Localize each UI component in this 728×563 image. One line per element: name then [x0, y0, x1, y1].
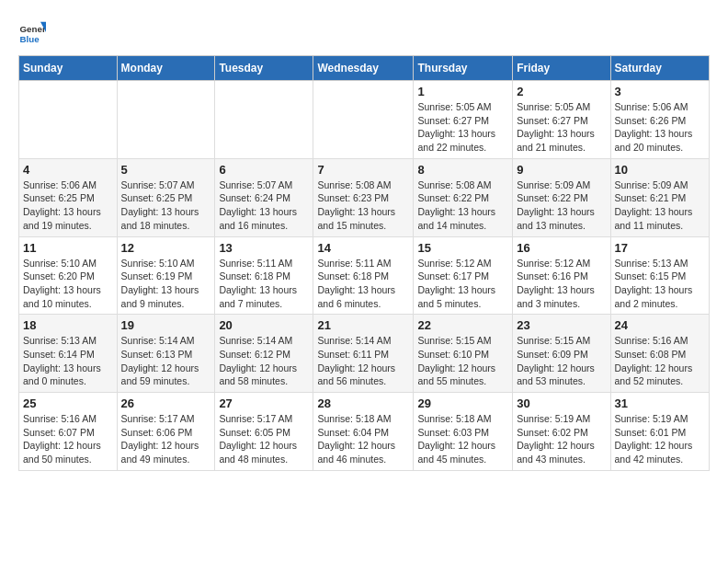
calendar-cell: 31Sunrise: 5:19 AM Sunset: 6:01 PM Dayli… [610, 393, 709, 471]
cell-day-number: 28 [317, 396, 409, 410]
cell-day-number: 24 [615, 318, 705, 332]
calendar-cell: 15Sunrise: 5:12 AM Sunset: 6:17 PM Dayli… [414, 236, 513, 315]
calendar-cell: 9Sunrise: 5:09 AM Sunset: 6:22 PM Daylig… [513, 158, 610, 236]
cell-info: Sunrise: 5:08 AM Sunset: 6:22 PM Dayligh… [417, 178, 508, 233]
calendar-header-tuesday: Tuesday [215, 56, 313, 81]
cell-day-number: 20 [219, 318, 309, 332]
cell-info: Sunrise: 5:11 AM Sunset: 6:18 PM Dayligh… [317, 257, 409, 311]
calendar-cell [19, 81, 118, 159]
calendar-cell: 6Sunrise: 5:07 AM Sunset: 6:24 PM Daylig… [215, 158, 313, 236]
cell-day-number: 21 [317, 318, 409, 332]
calendar-cell: 30Sunrise: 5:19 AM Sunset: 6:02 PM Dayli… [513, 393, 610, 471]
calendar-body: 1Sunrise: 5:05 AM Sunset: 6:27 PM Daylig… [19, 81, 710, 471]
calendar-cell [313, 81, 414, 159]
calendar-header-thursday: Thursday [414, 56, 513, 81]
cell-day-number: 31 [615, 396, 705, 410]
calendar-header-row: SundayMondayTuesdayWednesdayThursdayFrid… [19, 56, 710, 81]
cell-info: Sunrise: 5:15 AM Sunset: 6:09 PM Dayligh… [517, 334, 606, 388]
cell-info: Sunrise: 5:14 AM Sunset: 6:12 PM Dayligh… [219, 334, 309, 388]
cell-info: Sunrise: 5:09 AM Sunset: 6:21 PM Dayligh… [615, 178, 705, 233]
svg-text:Blue: Blue [20, 34, 40, 44]
cell-info: Sunrise: 5:09 AM Sunset: 6:22 PM Dayligh… [517, 178, 606, 233]
calendar-week-3: 11Sunrise: 5:10 AM Sunset: 6:20 PM Dayli… [19, 236, 710, 315]
calendar-week-2: 4Sunrise: 5:06 AM Sunset: 6:25 PM Daylig… [19, 158, 710, 236]
cell-info: Sunrise: 5:15 AM Sunset: 6:10 PM Dayligh… [417, 334, 508, 388]
cell-day-number: 27 [219, 396, 309, 410]
calendar-cell: 12Sunrise: 5:10 AM Sunset: 6:19 PM Dayli… [117, 236, 215, 315]
calendar-cell: 13Sunrise: 5:11 AM Sunset: 6:18 PM Dayli… [215, 236, 313, 315]
calendar-cell: 1Sunrise: 5:05 AM Sunset: 6:27 PM Daylig… [414, 81, 513, 159]
calendar-cell: 23Sunrise: 5:15 AM Sunset: 6:09 PM Dayli… [513, 315, 610, 393]
cell-info: Sunrise: 5:17 AM Sunset: 6:06 PM Dayligh… [121, 412, 211, 466]
cell-info: Sunrise: 5:12 AM Sunset: 6:17 PM Dayligh… [417, 257, 508, 311]
calendar-cell [117, 81, 215, 159]
cell-info: Sunrise: 5:13 AM Sunset: 6:14 PM Dayligh… [23, 334, 113, 388]
cell-info: Sunrise: 5:07 AM Sunset: 6:24 PM Dayligh… [219, 178, 309, 233]
calendar-header-wednesday: Wednesday [313, 56, 414, 81]
cell-day-number: 22 [417, 318, 508, 332]
cell-info: Sunrise: 5:14 AM Sunset: 6:11 PM Dayligh… [317, 334, 409, 388]
cell-info: Sunrise: 5:18 AM Sunset: 6:04 PM Dayligh… [317, 412, 409, 466]
calendar-cell: 19Sunrise: 5:14 AM Sunset: 6:13 PM Dayli… [117, 315, 215, 393]
calendar-cell: 14Sunrise: 5:11 AM Sunset: 6:18 PM Dayli… [313, 236, 414, 315]
cell-info: Sunrise: 5:05 AM Sunset: 6:27 PM Dayligh… [517, 100, 606, 155]
cell-info: Sunrise: 5:10 AM Sunset: 6:20 PM Dayligh… [23, 257, 113, 311]
cell-info: Sunrise: 5:17 AM Sunset: 6:05 PM Dayligh… [219, 412, 309, 466]
calendar-cell: 2Sunrise: 5:05 AM Sunset: 6:27 PM Daylig… [513, 81, 610, 159]
calendar-cell: 26Sunrise: 5:17 AM Sunset: 6:06 PM Dayli… [117, 393, 215, 471]
cell-day-number: 15 [417, 241, 508, 255]
cell-day-number: 25 [23, 396, 113, 410]
calendar-cell: 16Sunrise: 5:12 AM Sunset: 6:16 PM Dayli… [513, 236, 610, 315]
calendar-week-1: 1Sunrise: 5:05 AM Sunset: 6:27 PM Daylig… [19, 81, 710, 159]
cell-day-number: 7 [317, 163, 409, 177]
calendar-header-saturday: Saturday [610, 56, 709, 81]
cell-day-number: 3 [615, 85, 705, 98]
cell-day-number: 23 [517, 318, 606, 332]
cell-day-number: 1 [417, 85, 508, 98]
cell-info: Sunrise: 5:08 AM Sunset: 6:23 PM Dayligh… [317, 178, 409, 233]
calendar-cell: 8Sunrise: 5:08 AM Sunset: 6:22 PM Daylig… [414, 158, 513, 236]
logo: General Blue [18, 18, 46, 46]
calendar-week-4: 18Sunrise: 5:13 AM Sunset: 6:14 PM Dayli… [19, 315, 710, 393]
cell-day-number: 14 [317, 241, 409, 255]
cell-info: Sunrise: 5:16 AM Sunset: 6:07 PM Dayligh… [23, 412, 113, 466]
cell-info: Sunrise: 5:06 AM Sunset: 6:25 PM Dayligh… [23, 178, 113, 233]
calendar-week-5: 25Sunrise: 5:16 AM Sunset: 6:07 PM Dayli… [19, 393, 710, 471]
cell-day-number: 13 [219, 241, 309, 255]
cell-day-number: 10 [615, 163, 705, 177]
calendar-cell: 21Sunrise: 5:14 AM Sunset: 6:11 PM Dayli… [313, 315, 414, 393]
cell-info: Sunrise: 5:16 AM Sunset: 6:08 PM Dayligh… [615, 334, 705, 388]
cell-day-number: 16 [517, 241, 606, 255]
cell-day-number: 18 [23, 318, 113, 332]
cell-day-number: 9 [517, 163, 606, 177]
cell-day-number: 4 [23, 163, 113, 177]
cell-info: Sunrise: 5:14 AM Sunset: 6:13 PM Dayligh… [121, 334, 211, 388]
calendar-cell: 18Sunrise: 5:13 AM Sunset: 6:14 PM Dayli… [19, 315, 118, 393]
cell-day-number: 17 [615, 241, 705, 255]
calendar-cell: 17Sunrise: 5:13 AM Sunset: 6:15 PM Dayli… [610, 236, 709, 315]
calendar-table: SundayMondayTuesdayWednesdayThursdayFrid… [18, 55, 710, 471]
cell-info: Sunrise: 5:06 AM Sunset: 6:26 PM Dayligh… [615, 100, 705, 155]
cell-day-number: 6 [219, 163, 309, 177]
calendar-cell: 3Sunrise: 5:06 AM Sunset: 6:26 PM Daylig… [610, 81, 709, 159]
cell-info: Sunrise: 5:10 AM Sunset: 6:19 PM Dayligh… [121, 257, 211, 311]
cell-day-number: 29 [417, 396, 508, 410]
calendar-header-friday: Friday [513, 56, 610, 81]
cell-day-number: 12 [121, 241, 211, 255]
cell-info: Sunrise: 5:07 AM Sunset: 6:25 PM Dayligh… [121, 178, 211, 233]
cell-day-number: 5 [121, 163, 211, 177]
cell-info: Sunrise: 5:05 AM Sunset: 6:27 PM Dayligh… [417, 100, 508, 155]
cell-info: Sunrise: 5:11 AM Sunset: 6:18 PM Dayligh… [219, 257, 309, 311]
calendar-cell: 4Sunrise: 5:06 AM Sunset: 6:25 PM Daylig… [19, 158, 118, 236]
cell-day-number: 19 [121, 318, 211, 332]
page-header: General Blue [18, 18, 710, 46]
calendar-cell: 11Sunrise: 5:10 AM Sunset: 6:20 PM Dayli… [19, 236, 118, 315]
cell-info: Sunrise: 5:19 AM Sunset: 6:01 PM Dayligh… [615, 412, 705, 466]
calendar-header-sunday: Sunday [19, 56, 118, 81]
calendar-cell: 20Sunrise: 5:14 AM Sunset: 6:12 PM Dayli… [215, 315, 313, 393]
cell-day-number: 30 [517, 396, 606, 410]
cell-day-number: 11 [23, 241, 113, 255]
calendar-cell: 22Sunrise: 5:15 AM Sunset: 6:10 PM Dayli… [414, 315, 513, 393]
cell-info: Sunrise: 5:18 AM Sunset: 6:03 PM Dayligh… [417, 412, 508, 466]
svg-text:General: General [20, 24, 47, 34]
